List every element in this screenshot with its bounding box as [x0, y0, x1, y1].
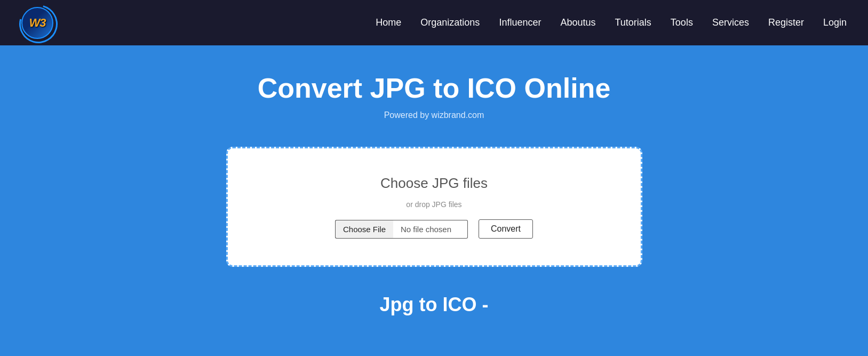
nav-link-influencer[interactable]: Influencer — [499, 17, 541, 28]
nav-item-tutorials[interactable]: Tutorials — [615, 17, 651, 28]
nav-link-home[interactable]: Home — [376, 17, 401, 28]
choose-files-label: Choose JPG files — [380, 175, 488, 192]
logo-ring — [12, 0, 65, 50]
nav-link-tools[interactable]: Tools — [671, 17, 693, 28]
nav-link-services[interactable]: Services — [712, 17, 749, 28]
logo-circle: W3 — [21, 7, 53, 39]
nav-item-login[interactable]: Login — [823, 17, 847, 28]
page-title: Convert JPG to ICO Online — [258, 72, 611, 104]
nav-links: Home Organizations Influencer Aboutus Tu… — [376, 17, 847, 28]
powered-by-text: Powered by wizbrand.com — [384, 110, 484, 120]
nav-link-login[interactable]: Login — [823, 17, 847, 28]
nav-link-register[interactable]: Register — [768, 17, 804, 28]
nav-item-aboutus[interactable]: Aboutus — [560, 17, 595, 28]
nav-link-organizations[interactable]: Organizations — [420, 17, 480, 28]
upload-box: Choose JPG files or drop JPG files Choos… — [226, 147, 642, 267]
file-name-display: No file chosen — [393, 220, 468, 239]
file-input-wrapper: Choose File No file chosen — [335, 220, 468, 239]
drop-text: or drop JPG files — [406, 200, 461, 209]
nav-item-services[interactable]: Services — [712, 17, 749, 28]
nav-link-tutorials[interactable]: Tutorials — [615, 17, 651, 28]
nav-item-tools[interactable]: Tools — [671, 17, 693, 28]
bottom-title: Jpg to ICO - — [380, 294, 489, 316]
convert-button[interactable]: Convert — [479, 219, 533, 239]
choose-file-button[interactable]: Choose File — [335, 220, 393, 239]
nav-item-register[interactable]: Register — [768, 17, 804, 28]
main-content: Convert JPG to ICO Online Powered by wiz… — [0, 45, 868, 356]
nav-item-organizations[interactable]: Organizations — [420, 17, 480, 28]
nav-item-influencer[interactable]: Influencer — [499, 17, 541, 28]
navbar: W3 Home Organizations Influencer Aboutus… — [0, 0, 868, 45]
nav-item-home[interactable]: Home — [376, 17, 401, 28]
logo[interactable]: W3 — [21, 7, 53, 39]
nav-link-aboutus[interactable]: Aboutus — [560, 17, 595, 28]
file-controls: Choose File No file chosen Convert — [335, 219, 533, 239]
